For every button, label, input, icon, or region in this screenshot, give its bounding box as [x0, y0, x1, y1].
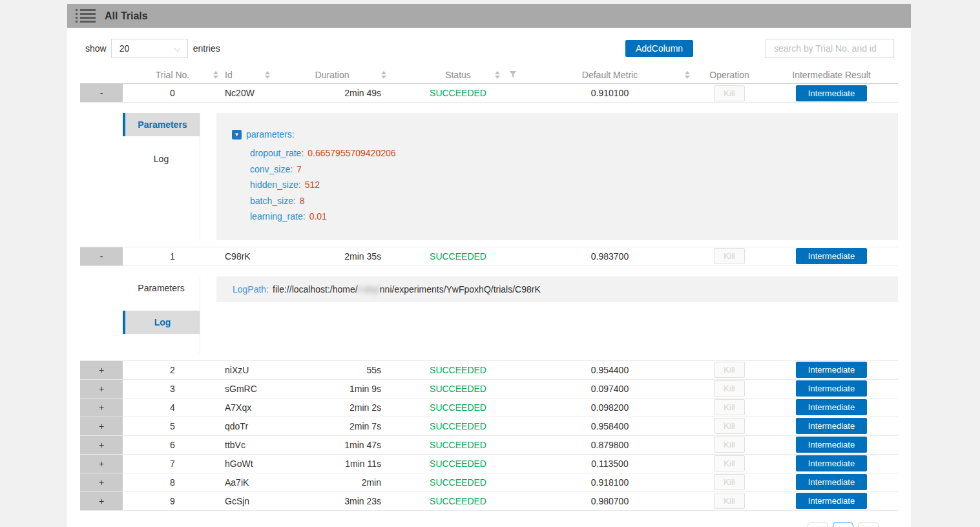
table-header-row: Trial No. Id Duration Status — [80, 66, 898, 84]
intermediate-button[interactable]: Intermediate — [796, 399, 867, 415]
collapse-row-button[interactable]: - — [80, 84, 123, 102]
table-row: + 8 Aa7iK 2min SUCCEEDED 0.918100 Kill I… — [80, 473, 898, 492]
table-row: + 7 hGoWt 1min 11s SUCCEEDED 0.113500 Ki… — [80, 455, 898, 473]
intermediate-button[interactable]: Intermediate — [796, 474, 867, 490]
status-cell: SUCCEEDED — [390, 380, 526, 398]
log-path-redacted: t-shy/ — [358, 284, 380, 294]
tab-parameters[interactable]: Parameters — [123, 276, 200, 300]
log-path-value: file://localhost:/home/t-shy/nni/experim… — [273, 284, 541, 294]
trial-no-cell: 2 — [123, 361, 222, 379]
col-header-intermediate-result: Intermediate Result — [765, 66, 898, 83]
kill-button[interactable]: Kill — [714, 437, 745, 453]
expand-row-button[interactable]: + — [80, 455, 123, 473]
trial-id-cell: sGmRC — [222, 380, 274, 398]
tab-log[interactable]: Log — [123, 311, 200, 334]
metric-cell: 0.098200 — [526, 398, 694, 417]
table-row: + 3 sGmRC 1min 9s SUCCEEDED 0.097400 Kil… — [80, 380, 898, 398]
col-header-default-metric: Default Metric — [526, 66, 694, 83]
col-header-operation: Operation — [694, 66, 765, 83]
status-cell: SUCCEEDED — [390, 436, 526, 454]
trial-id-cell: hGoWt — [222, 455, 274, 473]
expand-row-button[interactable]: + — [80, 398, 123, 417]
duration-cell: 3min 23s — [274, 492, 390, 510]
filter-funnel-icon[interactable] — [509, 70, 517, 80]
tab-parameters[interactable]: Parameters — [123, 113, 200, 136]
trial-no-cell: 6 — [123, 436, 222, 454]
all-trials-panel: All Trials show 20 entries AddColumn Tri… — [67, 4, 911, 527]
page-title: All Trials — [105, 10, 148, 22]
trial-no-cell: 0 — [123, 84, 222, 102]
duration-cell: 2min 2s — [274, 398, 390, 417]
status-cell: SUCCEEDED — [390, 247, 526, 265]
status-cell: SUCCEEDED — [390, 361, 526, 379]
trial-no-cell: 8 — [123, 473, 222, 491]
kill-button[interactable]: Kill — [714, 380, 745, 397]
intermediate-button[interactable]: Intermediate — [796, 362, 867, 378]
status-cell: SUCCEEDED — [390, 473, 526, 491]
sort-icon[interactable] — [265, 71, 270, 79]
status-cell: SUCCEEDED — [390, 455, 526, 473]
json-entry: dropout_rate:0.6657955709420206 — [250, 145, 898, 161]
intermediate-button[interactable]: Intermediate — [796, 418, 867, 434]
expand-row-button[interactable]: + — [80, 417, 123, 435]
page: All Trials show 20 entries AddColumn Tri… — [0, 0, 980, 527]
kill-button[interactable]: Kill — [714, 418, 745, 434]
intermediate-button[interactable]: Intermediate — [796, 493, 867, 509]
trial-id-cell: A7Xqx — [222, 398, 274, 417]
metric-cell: 0.980700 — [526, 492, 694, 510]
add-column-button[interactable]: AddColumn — [625, 40, 693, 57]
metric-cell: 0.113500 — [526, 455, 694, 473]
json-entry: conv_size:7 — [250, 161, 898, 178]
search-input[interactable] — [766, 39, 894, 58]
intermediate-button[interactable]: Intermediate — [796, 380, 867, 397]
table-row: - 1 C98rK 2min 35s SUCCEEDED 0.983700 Ki… — [80, 247, 898, 266]
sort-icon[interactable] — [213, 71, 218, 79]
sort-icon[interactable] — [381, 71, 386, 79]
metric-cell: 0.958400 — [526, 417, 694, 435]
intermediate-button[interactable]: Intermediate — [796, 455, 867, 471]
sort-icon[interactable] — [685, 71, 690, 79]
kill-button[interactable]: Kill — [714, 455, 745, 471]
trial-no-cell: 3 — [123, 380, 222, 398]
trial1-tab-column: Parameters Log — [123, 276, 200, 354]
trial0-expanded-panel: Parameters Log ▼ parameters: dropout_rat… — [80, 103, 898, 247]
intermediate-button[interactable]: Intermediate — [796, 248, 867, 264]
chevron-down-icon — [174, 45, 180, 52]
kill-button[interactable]: Kill — [714, 399, 745, 415]
tab-log[interactable]: Log — [123, 147, 200, 170]
entries-per-page-select[interactable]: 20 — [111, 39, 188, 58]
entries-label: entries — [193, 43, 220, 54]
duration-cell: 1min 47s — [274, 436, 390, 454]
duration-cell: 2min 7s — [274, 417, 390, 435]
table-row: + 2 niXzU 55s SUCCEEDED 0.954400 Kill In… — [80, 361, 898, 380]
page-1-button[interactable]: 1 — [833, 522, 853, 527]
trial-id-cell: C98rK — [222, 247, 274, 265]
metric-cell: 0.954400 — [526, 361, 694, 379]
collapse-row-button[interactable]: - — [80, 247, 123, 265]
kill-button[interactable]: Kill — [714, 85, 745, 101]
show-label: show — [85, 43, 107, 54]
trial-no-cell: 7 — [123, 455, 222, 473]
parameters-json-viewer: ▼ parameters: dropout_rate:0.66579557094… — [216, 113, 898, 240]
kill-button[interactable]: Kill — [714, 362, 745, 378]
intermediate-button[interactable]: Intermediate — [796, 85, 867, 101]
next-page-button[interactable]: > — [858, 522, 879, 527]
kill-button[interactable]: Kill — [714, 474, 745, 490]
status-cell: SUCCEEDED — [390, 492, 526, 510]
json-entry: learning_rate:0.01 — [250, 209, 898, 225]
expand-row-button[interactable]: + — [80, 492, 123, 510]
status-cell: SUCCEEDED — [390, 398, 526, 417]
metric-cell: 0.910100 — [526, 84, 694, 102]
intermediate-button[interactable]: Intermediate — [796, 437, 867, 453]
json-collapse-icon[interactable]: ▼ — [232, 130, 242, 140]
kill-button[interactable]: Kill — [714, 248, 745, 264]
sort-icon[interactable] — [495, 71, 500, 79]
status-cell: SUCCEEDED — [390, 417, 526, 435]
col-header-id: Id — [222, 66, 274, 83]
expand-row-button[interactable]: + — [80, 436, 123, 454]
prev-page-button[interactable]: < — [808, 522, 828, 527]
kill-button[interactable]: Kill — [714, 493, 745, 509]
expand-row-button[interactable]: + — [80, 380, 123, 398]
expand-row-button[interactable]: + — [80, 361, 123, 379]
expand-row-button[interactable]: + — [80, 473, 123, 491]
